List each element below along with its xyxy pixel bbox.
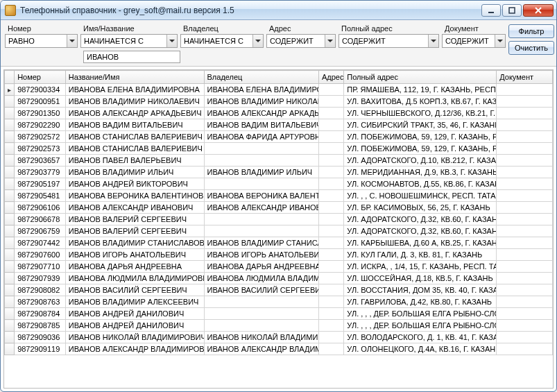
cell-number[interactable]: 9872907600	[15, 249, 66, 261]
cell-full_address[interactable]: УЛ. ИСКРА, , 1/4, 15, Г. КАЗАНЬ, РЕСП. Т…	[344, 261, 497, 273]
table-row[interactable]: 9872901350ИВАНОВ АЛЕКСАНДР АРКАДЬЕВИЧИВА…	[5, 108, 553, 119]
cell-owner[interactable]: ИВАНОВ АЛЕКСАНДР АРКАДЬЕВИЧ	[204, 108, 318, 119]
cell-full_address[interactable]: УЛ. АДОРАТСКОГО, Д.32, КВ.60, Г. КАЗАНЬ	[344, 225, 497, 237]
cell-document[interactable]	[497, 131, 553, 143]
table-row[interactable]: 9872908082ИВАНОВ ВАСИЛИЙ СЕРГЕЕВИЧИВАНОВ…	[5, 284, 553, 296]
cell-document[interactable]	[497, 190, 553, 202]
cell-number[interactable]: 9872906106	[15, 202, 66, 214]
cell-owner[interactable]: ИВАНОВ ВЛАДИМИР СТАНИСЛАВОВИЧ	[204, 237, 318, 249]
cell-address[interactable]	[318, 284, 343, 296]
cell-owner[interactable]	[204, 320, 318, 332]
cell-name[interactable]: ИВАНОВ НИКОЛАЙ ВЛАДИМИРОВИЧ	[65, 332, 204, 343]
cell-address[interactable]	[318, 202, 343, 214]
cell-number[interactable]: 9872909036	[15, 332, 66, 343]
cell-full_address[interactable]: УЛ. МЕРИДИАННАЯ, Д.9, КВ.3, Г. КАЗАНЬ	[344, 167, 497, 178]
cell-full_address[interactable]: УЛ. БР. КАСИМОВЫХ, 56, 25, Г. КАЗАНЬ	[344, 202, 497, 214]
combo-number[interactable]: РАВНО	[5, 34, 78, 48]
cell-owner[interactable]	[204, 296, 318, 308]
minimize-button[interactable]	[481, 4, 501, 17]
cell-number[interactable]: 9872905197	[15, 178, 66, 190]
cell-address[interactable]	[318, 214, 343, 225]
cell-number[interactable]: 9872901350	[15, 108, 66, 119]
table-row[interactable]: 9872902573ИВАНОВ СТАНИСЛАВ ВАЛЕРИЕВИЧУЛ.…	[5, 143, 553, 155]
cell-owner[interactable]	[204, 308, 318, 320]
cell-document[interactable]	[497, 249, 553, 261]
cell-number[interactable]: 9872908763	[15, 296, 66, 308]
cell-address[interactable]	[318, 131, 343, 143]
cell-document[interactable]	[497, 214, 553, 225]
table-row[interactable]: 9872902572ИВАНОВ СТАНИСЛАВ ВАЛЕРИЕВИЧИВА…	[5, 131, 553, 143]
cell-number[interactable]: 9872908082	[15, 284, 66, 296]
table-row[interactable]: 9872907710ИВАНОВА ДАРЬЯ АНДРЕЕВНАИВАНОВА…	[5, 261, 553, 273]
cell-owner[interactable]: ИВАНОВ АЛЕКСАНДР ВЛАДИМИРОВИЧ	[204, 343, 318, 355]
cell-document[interactable]	[497, 178, 553, 190]
cell-number[interactable]: 9872903779	[15, 167, 66, 178]
cell-document[interactable]	[497, 284, 553, 296]
cell-owner[interactable]	[204, 143, 318, 155]
cell-document[interactable]	[497, 143, 553, 155]
cell-address[interactable]	[318, 108, 343, 119]
cell-name[interactable]: ИВАНОВ ПАВЕЛ ВАЛЕРЬЕВИЧ	[65, 155, 204, 167]
data-grid[interactable]: Номер Название/Имя Владелец Адрес Полный…	[3, 69, 554, 389]
filter-button[interactable]: Фильтр	[508, 24, 554, 38]
cell-owner[interactable]: ИВАНОВ ВАДИМ ВИТАЛЬЕВИЧ	[204, 119, 318, 131]
cell-address[interactable]	[318, 225, 343, 237]
cell-name[interactable]: ИВАНОВ ВЛАДИМИР СТАНИСЛАВОВИЧ	[65, 237, 204, 249]
cell-name[interactable]: ИВАНОВ СТАНИСЛАВ ВАЛЕРИЕВИЧ	[65, 131, 204, 143]
cell-document[interactable]	[497, 273, 553, 284]
col-owner[interactable]: Владелец	[204, 71, 318, 84]
cell-document[interactable]	[497, 308, 553, 320]
titlebar[interactable]: Телефонный справочник - grey_soft@mail.r…	[1, 1, 556, 20]
cell-name[interactable]: ИВАНОВ АНДРЕЙ ДАНИЛОВИЧ	[65, 308, 204, 320]
cell-name[interactable]: ИВАНОВ ИГОРЬ АНАТОЛЬЕВИЧ	[65, 249, 204, 261]
table-row[interactable]: 9872907442ИВАНОВ ВЛАДИМИР СТАНИСЛАВОВИЧИ…	[5, 237, 553, 249]
cell-address[interactable]	[318, 119, 343, 131]
cell-owner[interactable]: ИВАНОВ ВЛАДИМИР ИЛЬИЧ	[204, 167, 318, 178]
cell-full_address[interactable]: УЛ. ОЛОНЕЦКОГО, Д.4А, КВ.16, Г. КАЗАНЬ	[344, 343, 497, 355]
cell-full_address[interactable]: УЛ. СИБИРСКИЙ ТРАКТ, 35, 46, Г. КАЗАНЬ	[344, 119, 497, 131]
maximize-button[interactable]	[502, 4, 522, 17]
cell-owner[interactable]: ИВАНОВА ВЕРОНИКА ВАЛЕНТИНОВНА	[204, 190, 318, 202]
cell-full_address[interactable]: УЛ. КУЛ ГАЛИ, Д. 3, КВ. 81, Г. КАЗАНЬ	[344, 249, 497, 261]
table-row[interactable]: 9872903657ИВАНОВ ПАВЕЛ ВАЛЕРЬЕВИЧУЛ. АДО…	[5, 155, 553, 167]
cell-address[interactable]	[318, 190, 343, 202]
table-row[interactable]: 9872908785ИВАНОВ АНДРЕЙ ДАНИЛОВИЧУЛ. , ,…	[5, 320, 553, 332]
cell-owner[interactable]	[204, 225, 318, 237]
cell-number[interactable]: 9872907939	[15, 273, 66, 284]
table-row[interactable]: 9872907939ИВАНОВА ЛЮДМИЛА ВЛАДИМИРОВНАИВ…	[5, 273, 553, 284]
cell-full_address[interactable]: УЛ. , , , ДЕР. БОЛЬШАЯ ЕЛГА РЫБНО-СЛОБОД…	[344, 320, 497, 332]
cell-name[interactable]: ИВАНОВ ВЛАДИМИР НИКОЛАЕВИЧ	[65, 96, 204, 108]
cell-full_address[interactable]: УЛ. ВАХИТОВА, Д.5 КОРП.3, КВ.67, Г. КАЗА…	[344, 96, 497, 108]
cell-full_address[interactable]: УЛ. ПОБЕЖИМОВА, 59, 129, Г. КАЗАНЬ, РЕСП…	[344, 143, 497, 155]
cell-address[interactable]	[318, 296, 343, 308]
cell-address[interactable]	[318, 343, 343, 355]
table-row[interactable]: 9872905481ИВАНОВА ВЕРОНИКА ВАЛЕНТИНОВНАИ…	[5, 190, 553, 202]
cell-document[interactable]	[497, 96, 553, 108]
cell-number[interactable]: 9872908785	[15, 320, 66, 332]
table-row[interactable]: 9872906678ИВАНОВ ВАЛЕРИЙ СЕРГЕЕВИЧУЛ. АД…	[5, 214, 553, 225]
cell-address[interactable]	[318, 155, 343, 167]
cell-document[interactable]	[497, 202, 553, 214]
cell-number[interactable]: 9872903657	[15, 155, 66, 167]
cell-owner[interactable]	[204, 214, 318, 225]
cell-address[interactable]	[318, 237, 343, 249]
cell-number[interactable]: 9872909119	[15, 343, 66, 355]
cell-owner[interactable]: ИВАНОВ ВАСИЛИЙ СЕРГЕЕВИЧ	[204, 284, 318, 296]
cell-number[interactable]: 9872907710	[15, 261, 66, 273]
cell-full_address[interactable]: УЛ. КОСМОНАВТОВ, Д.55, КВ.86, Г. КАЗАНЬ	[344, 178, 497, 190]
cell-document[interactable]	[497, 225, 553, 237]
cell-name[interactable]: ИВАНОВ ВАЛЕРИЙ СЕРГЕЕВИЧ	[65, 214, 204, 225]
cell-name[interactable]: ИВАНОВ АЛЕКСАНДР ИВАНОВИЧ	[65, 202, 204, 214]
cell-address[interactable]	[318, 96, 343, 108]
col-document[interactable]: Документ	[497, 71, 553, 84]
combo-address[interactable]: СОДЕРЖИТ	[266, 34, 336, 48]
cell-name[interactable]: ИВАНОВ АЛЕКСАНДР АРКАДЬЕВИЧ	[65, 108, 204, 119]
cell-owner[interactable]	[204, 178, 318, 190]
cell-number[interactable]: 9872902573	[15, 143, 66, 155]
combo-name[interactable]: НАЧИНАЕТСЯ С	[80, 34, 178, 48]
cell-owner[interactable]	[204, 155, 318, 167]
cell-address[interactable]	[318, 273, 343, 284]
cell-address[interactable]	[318, 308, 343, 320]
cell-full_address[interactable]: УЛ. ШОССЕЙНАЯ, Д.18, КВ.5, Г. КАЗАНЬ	[344, 273, 497, 284]
cell-document[interactable]	[497, 261, 553, 273]
